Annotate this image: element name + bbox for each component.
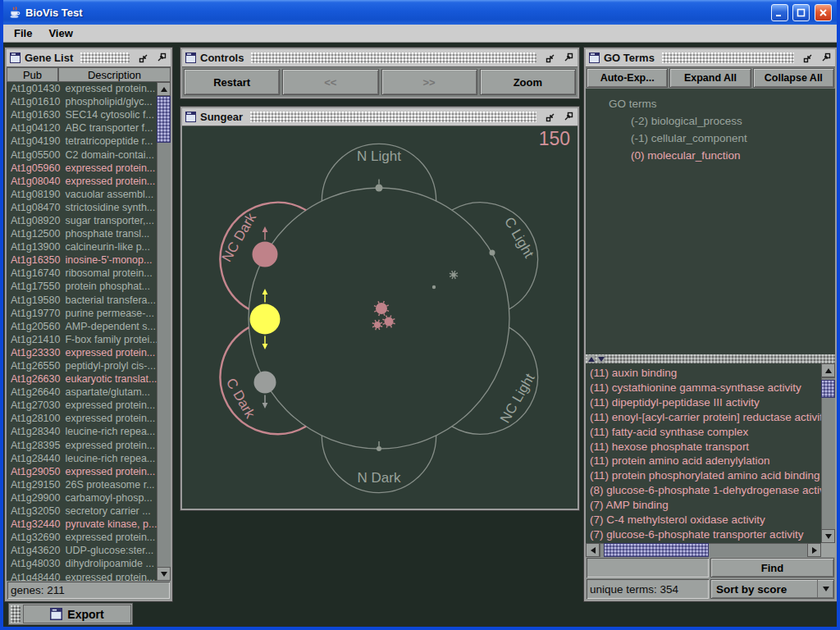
- go-list-hscrollbar[interactable]: [586, 543, 821, 557]
- expand-all-button[interactable]: Expand All: [669, 68, 751, 88]
- collapse-all-button[interactable]: Collapse All: [753, 68, 834, 88]
- restart-button[interactable]: Restart: [184, 69, 280, 95]
- table-row[interactable]: At1g08920 sugar transporter,...: [7, 214, 157, 227]
- table-row[interactable]: At1g12500 phosphate transl...: [7, 227, 157, 240]
- table-row[interactable]: At1g05960 expressed protein...: [7, 162, 157, 175]
- table-row[interactable]: At1g32050 secretory carrier ...: [7, 504, 157, 518]
- scroll-thumb[interactable]: [157, 96, 171, 143]
- table-row[interactable]: At1g29900 carbamoyl-phosp...: [7, 491, 157, 504]
- table-row[interactable]: At1g17550 protein phosphat...: [7, 280, 157, 293]
- iconify-icon[interactable]: [544, 111, 557, 124]
- sungear-titlebar[interactable]: Sungear: [182, 108, 578, 126]
- tree-node[interactable]: (0) molecular_function: [609, 147, 835, 164]
- table-row[interactable]: At1g16740 ribosomal protein...: [7, 267, 157, 280]
- table-row[interactable]: At1g16350 inosine-5'-monop...: [7, 253, 157, 267]
- table-row[interactable]: At1g21410 F-box family protei...: [7, 333, 157, 346]
- split-collapse-down-icon[interactable]: [597, 355, 605, 363]
- menu-file[interactable]: File: [7, 25, 39, 41]
- table-row[interactable]: At1g43620 UDP-glucose:ster...: [7, 544, 157, 557]
- table-row[interactable]: At1g19770 purine permease-...: [7, 307, 157, 320]
- toolbar-grip[interactable]: [11, 605, 21, 623]
- scroll-track[interactable]: [157, 96, 171, 567]
- go-term-item[interactable]: (8) glucose-6-phosphate 1-dehydrogenase …: [590, 483, 821, 498]
- gene-list-scrollbar[interactable]: [157, 82, 171, 581]
- minimize-button[interactable]: [771, 4, 788, 21]
- tree-root-node[interactable]: GO terms: [609, 95, 835, 112]
- gene-table-body[interactable]: At1g01430 expressed protein... At1g01610…: [7, 82, 157, 581]
- split-pane-divider[interactable]: [586, 354, 835, 363]
- table-row[interactable]: At1g04120 ABC transporter f...: [7, 121, 157, 135]
- table-row[interactable]: At1g28395 expressed protein...: [7, 439, 157, 452]
- scroll-down-icon[interactable]: [821, 529, 835, 543]
- maximize-frame-icon[interactable]: [561, 111, 574, 124]
- scroll-thumb[interactable]: [604, 543, 709, 557]
- go-term-item[interactable]: (11) dipeptidyl-peptidase III activity: [590, 395, 821, 410]
- iconify-icon[interactable]: [544, 52, 557, 65]
- column-header-pub[interactable]: Pub: [7, 67, 58, 82]
- go-term-item[interactable]: (7) glucose-6-phosphate transporter acti…: [590, 527, 821, 542]
- window-titlebar[interactable]: BioVis Test: [3, 0, 837, 25]
- zoom-button[interactable]: Zoom: [480, 69, 576, 95]
- table-row[interactable]: At1g08470 strictosidine synth...: [7, 201, 157, 214]
- scroll-track[interactable]: [600, 543, 807, 557]
- iconify-icon[interactable]: [801, 52, 815, 65]
- scroll-left-icon[interactable]: [586, 543, 600, 557]
- maximize-button[interactable]: [792, 4, 810, 21]
- go-terms-tree[interactable]: GO terms (-2) biological_process (-1) ce…: [586, 89, 835, 354]
- table-row[interactable]: At1g01630 SEC14 cytosolic f...: [7, 108, 157, 121]
- table-row[interactable]: At1g29150 26S proteasome r...: [7, 478, 157, 491]
- go-term-item[interactable]: (7) C-4 methylsterol oxidase activity: [590, 513, 821, 527]
- scroll-up-icon[interactable]: [821, 363, 835, 377]
- go-terms-titlebar[interactable]: GO Terms: [586, 49, 835, 67]
- close-button[interactable]: [815, 4, 832, 21]
- gene-list-titlebar[interactable]: Gene List: [7, 49, 171, 67]
- go-term-item[interactable]: (11) hexose phosphate transport: [590, 440, 821, 454]
- go-term-item[interactable]: (7) AMP binding: [590, 498, 821, 513]
- scroll-up-icon[interactable]: [157, 82, 171, 96]
- prev-button[interactable]: <<: [282, 69, 378, 95]
- table-row[interactable]: At1g08040 expressed protein...: [7, 175, 157, 188]
- scroll-track[interactable]: [821, 377, 835, 529]
- sungear-canvas[interactable]: N LightC LightNC LightN DarkC DarkNC Dar…: [182, 126, 578, 509]
- go-term-item[interactable]: (11) enoyl-[acyl-carrier protein] reduct…: [590, 410, 821, 425]
- maximize-frame-icon[interactable]: [154, 52, 167, 65]
- go-term-item[interactable]: (11) protein phosphorylated amino acid b…: [590, 468, 821, 483]
- iconify-icon[interactable]: [137, 52, 150, 65]
- auto-expand-button[interactable]: Auto-Exp...: [587, 68, 668, 88]
- export-button[interactable]: Export: [23, 605, 131, 623]
- go-term-item[interactable]: (11) fatty-acid synthase complex: [590, 425, 821, 440]
- table-row[interactable]: At1g01610 phospholipid/glyc...: [7, 95, 157, 108]
- table-row[interactable]: At1g04190 tetratricopeptide r...: [7, 135, 157, 148]
- table-row[interactable]: At1g26640 aspartate/glutam...: [7, 386, 157, 399]
- table-row[interactable]: At1g48440 expressed protein...: [7, 570, 157, 581]
- table-row[interactable]: At1g26630 eukaryotic translat...: [7, 372, 157, 386]
- table-row[interactable]: At1g08190 vacuolar assembl...: [7, 188, 157, 201]
- next-button[interactable]: >>: [381, 69, 477, 95]
- table-row[interactable]: At1g27030 expressed protein...: [7, 399, 157, 412]
- menu-view[interactable]: View: [41, 25, 80, 41]
- table-row[interactable]: At1g48030 dihydrolipoamide ...: [7, 557, 157, 570]
- sungear-canvas-area[interactable]: N LightC LightNC LightN DarkC DarkNC Dar…: [182, 126, 578, 509]
- table-row[interactable]: At1g28100 expressed protein...: [7, 412, 157, 425]
- scroll-thumb[interactable]: [821, 380, 835, 398]
- maximize-frame-icon[interactable]: [819, 52, 832, 65]
- go-term-item[interactable]: (11) cystathionine gamma-synthase activi…: [590, 381, 821, 395]
- table-row[interactable]: At1g32440 pyruvate kinase, p...: [7, 518, 157, 531]
- controls-titlebar[interactable]: Controls: [182, 49, 578, 67]
- table-row[interactable]: At1g29050 expressed protein...: [7, 465, 157, 478]
- table-row[interactable]: At1g13900 calcineurin-like p...: [7, 240, 157, 253]
- scroll-down-icon[interactable]: [157, 567, 171, 581]
- table-row[interactable]: At1g23330 expressed protein...: [7, 346, 157, 359]
- sort-dropdown[interactable]: Sort by score: [710, 579, 834, 599]
- column-header-description[interactable]: Description: [58, 67, 171, 82]
- go-term-item[interactable]: (11) auxin binding: [590, 366, 821, 381]
- table-row[interactable]: At1g26550 peptidyl-prolyl cis-...: [7, 359, 157, 372]
- go-list-vscrollbar[interactable]: [821, 363, 835, 543]
- table-row[interactable]: At1g28340 leucine-rich repea...: [7, 425, 157, 438]
- maximize-frame-icon[interactable]: [561, 52, 574, 65]
- find-input[interactable]: [587, 558, 709, 578]
- tree-node[interactable]: (-1) cellular_component: [609, 130, 835, 147]
- go-terms-list[interactable]: (11) auxin binding (11) cystathionine ga…: [586, 363, 821, 543]
- tree-node[interactable]: (-2) biological_process: [609, 112, 835, 130]
- go-term-item[interactable]: (11) protein amino acid adenylylation: [590, 454, 821, 468]
